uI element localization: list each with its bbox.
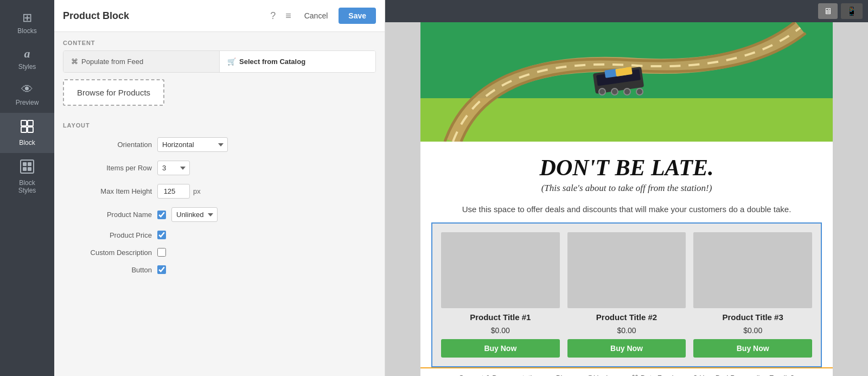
headline-sub: (This sale's about to take off from the … (442, 183, 811, 194)
button-checkbox[interactable] (157, 265, 166, 274)
train-image (420, 22, 833, 142)
product-title-2: Product Title #2 (596, 313, 657, 322)
items-per-row-row: Items per Row 1 2 3 4 (54, 156, 385, 180)
max-item-height-input[interactable] (157, 184, 190, 199)
email-content: DON'T BE LATE. (This sale's about to tak… (420, 22, 833, 367)
sidebar-nav: ⊞ Blocks a Styles 👁 Preview Block (0, 0, 54, 376)
catalog-icon: 🛒 (227, 58, 236, 66)
tab-catalog-label: Select from Catalog (239, 58, 305, 66)
feed-icon: ⌘ (71, 58, 78, 66)
sidebar-item-block[interactable]: Block (0, 113, 54, 153)
personalize-label: How Do I Personalize Emails? (699, 374, 794, 376)
browse-btn-wrapper: Browse for Products (63, 79, 376, 106)
footer-blog-link[interactable]: Blog (556, 374, 570, 376)
custom-description-label: Custom Description (65, 248, 152, 257)
product-name-row: Product Name Unlinked Linked (54, 203, 385, 226)
product-name-checkbox[interactable] (157, 211, 166, 219)
sidebar-item-preview[interactable]: 👁 Preview (0, 77, 54, 113)
tab-catalog[interactable]: 🛒 Select from Catalog (220, 51, 375, 72)
support-label: Support & Documentation (459, 374, 540, 376)
sidebar-item-styles[interactable]: a Styles (0, 41, 54, 77)
blocks-icon: ⊞ (22, 12, 32, 24)
settings-panel: Product Block ? ≡ Cancel Save CONTENT ⌘ … (54, 0, 385, 376)
product-image-1 (441, 232, 560, 308)
svg-rect-0 (21, 120, 27, 126)
block-styles-icon (20, 160, 34, 176)
desktop-view-button[interactable]: 🖥 (818, 3, 838, 19)
panel-collapse-btn[interactable]: ◀ (385, 181, 385, 196)
orientation-label: Orientation (65, 141, 152, 149)
tab-feed-label: Populate from Feed (81, 58, 143, 66)
footer-links: Support & Documentation Blog @klaviyo ⌘ … (420, 367, 833, 376)
mobile-view-button[interactable]: 📱 (841, 3, 863, 19)
help-button[interactable]: ? (268, 8, 278, 24)
product-price-3: $0.00 (743, 326, 762, 335)
orientation-row: Orientation Horizontal Vertical (54, 133, 385, 156)
canvas: 🖥 📱 (385, 0, 868, 376)
product-price-1: $0.00 (491, 326, 510, 335)
custom-description-row: Custom Description (54, 244, 385, 261)
product-item-1: Product Title #1 $0.00 Buy Now (441, 232, 560, 358)
sidebar-item-blocks-label: Blocks (17, 27, 36, 35)
buy-button-2[interactable]: Buy Now (567, 339, 686, 358)
product-block[interactable]: Product Title #1 $0.00 Buy Now Product T… (431, 222, 822, 367)
product-price-row: Product Price (54, 226, 385, 244)
cancel-button[interactable]: Cancel (299, 8, 334, 23)
tagline: Use this space to offer deals and discou… (420, 199, 833, 222)
personalize-icon: ? (693, 374, 697, 376)
svg-rect-5 (23, 162, 27, 166)
custom-description-checkbox[interactable] (157, 248, 166, 257)
buy-button-1[interactable]: Buy Now (441, 339, 560, 358)
sidebar-item-block-label: Block (19, 139, 35, 146)
svg-point-18 (636, 88, 643, 95)
svg-rect-7 (23, 167, 27, 171)
button-label: Button (65, 266, 152, 274)
footer-personalize-link[interactable]: ? How Do I Personalize Emails? (693, 374, 794, 376)
headline-main: DON'T BE LATE. (442, 155, 811, 181)
layout-section-label: LAYOUT (54, 114, 385, 133)
datafeeds-icon: ⌘ (631, 374, 639, 376)
save-button[interactable]: Save (339, 8, 376, 24)
panel-title: Product Block (63, 10, 129, 22)
sidebar-item-blocks[interactable]: ⊞ Blocks (0, 5, 54, 41)
footer-klaviyo-link[interactable]: @klaviyo (586, 374, 615, 376)
product-title-1: Product Title #1 (470, 313, 531, 322)
block-icon (20, 119, 34, 136)
px-label: px (193, 187, 201, 195)
product-image-3 (693, 232, 812, 308)
svg-rect-6 (28, 162, 31, 166)
max-item-height-row: Max Item Height px (54, 180, 385, 203)
product-name-label: Product Name (65, 211, 152, 219)
product-price-checkbox[interactable] (157, 231, 166, 239)
sidebar-item-block-styles-label: Block Styles (18, 179, 36, 195)
menu-button[interactable]: ≡ (283, 8, 293, 24)
svg-rect-3 (28, 127, 33, 132)
blog-label: Blog (556, 374, 570, 376)
max-item-height-control: px (157, 184, 201, 199)
buy-button-3[interactable]: Buy Now (693, 339, 812, 358)
browse-products-button[interactable]: Browse for Products (63, 79, 164, 106)
product-name-select[interactable]: Unlinked Linked (171, 207, 218, 222)
datafeeds-label: Data Feeds (641, 374, 677, 376)
klaviyo-label: @klaviyo (586, 374, 615, 376)
email-canvas: DON'T BE LATE. (This sale's about to tak… (385, 22, 868, 376)
sidebar-item-styles-label: Styles (18, 63, 36, 71)
svg-rect-1 (28, 120, 33, 126)
panel-header: Product Block ? ≡ Cancel Save (54, 0, 385, 32)
product-grid: Product Title #1 $0.00 Buy Now Product T… (441, 232, 812, 358)
footer-support-link[interactable]: Support & Documentation (459, 374, 540, 376)
styles-icon: a (24, 48, 30, 60)
items-per-row-select[interactable]: 1 2 3 4 (157, 161, 190, 175)
footer-datafeeds-link[interactable]: ⌘ Data Feeds (631, 374, 677, 376)
panel-content: CONTENT ⌘ Populate from Feed 🛒 Select fr… (54, 32, 385, 376)
sidebar-item-block-styles[interactable]: Block Styles (0, 153, 54, 201)
content-section-label: CONTENT (54, 32, 385, 50)
layout-section: Orientation Horizontal Vertical Items pe… (54, 133, 385, 284)
sidebar-item-preview-label: Preview (16, 99, 39, 106)
tab-feed[interactable]: ⌘ Populate from Feed (63, 51, 219, 72)
product-image-2 (567, 232, 686, 308)
max-item-height-label: Max Item Height (65, 187, 152, 195)
preview-icon: 👁 (21, 84, 33, 95)
orientation-select[interactable]: Horizontal Vertical (157, 137, 228, 152)
source-tabs: ⌘ Populate from Feed 🛒 Select from Catal… (63, 50, 376, 73)
